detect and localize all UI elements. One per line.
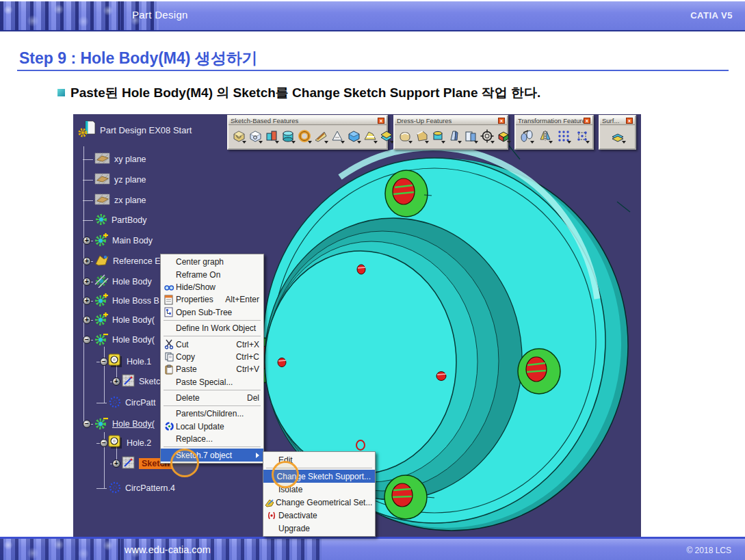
toolbar-title-bar[interactable]: Surf... x [600, 116, 635, 125]
tree-item-hole-body-3[interactable]: Hole Body( [94, 332, 155, 347]
tree-item-partbody[interactable]: PartBody [94, 213, 146, 228]
tree-item-zx-plane[interactable]: zx plane [94, 193, 146, 208]
tree-item-label: Hole.1 [127, 357, 151, 366]
shaft-icon[interactable] [280, 127, 296, 145]
menu-item-center-graph[interactable]: Center graph [161, 256, 263, 268]
tree-item-hole-boss-body[interactable]: Hole Boss B [94, 293, 159, 308]
collapse-icon[interactable] [83, 336, 91, 344]
tree-item-label: Hole Body [112, 277, 152, 286]
page-title: Step 9 : Hole Body(M4) 생성하기 [19, 48, 258, 69]
close-icon[interactable]: x [626, 118, 633, 124]
toolbar-title: Transformation Features [518, 117, 584, 124]
tree-item-root[interactable]: Part Design EX08 Start [77, 122, 192, 137]
change-geometrical-set-icon [265, 498, 276, 507]
plane-icon [94, 173, 111, 187]
tree-item-hole-1[interactable]: Hole.1 [108, 354, 151, 369]
close-icon[interactable]: x [584, 118, 590, 124]
submenu-arrow-icon [256, 453, 259, 458]
part-document-icon [77, 120, 96, 140]
header-brand: CATIA V5 [690, 10, 733, 21]
menu-item-delete[interactable]: Delete Del [161, 392, 263, 404]
toolbar-sketch-based-features: Sketch-Based Features x [227, 115, 388, 150]
tree-item-xy-plane[interactable]: xy plane [94, 152, 146, 167]
bullet-text: Paste된 Hole Body(M4) 의 Sketch를 Change Sk… [70, 84, 540, 102]
menu-item-define-in-work-object[interactable]: Define In Work Object [161, 322, 263, 334]
close-icon[interactable]: x [378, 118, 384, 124]
tree-item-hole-2[interactable]: Hole.2 [108, 436, 151, 451]
tree-item-sketch-hole1[interactable]: Sketch [122, 374, 165, 389]
menu-item-properties[interactable]: Properties Alt+Enter [161, 293, 263, 306]
groove-icon[interactable] [297, 127, 312, 145]
loft-icon[interactable] [363, 127, 378, 145]
menu-item-paste[interactable]: Paste Ctrl+V [161, 363, 263, 375]
tree-item-yz-plane[interactable]: yz plane [94, 172, 146, 187]
pad-icon[interactable] [231, 127, 246, 145]
shell-icon[interactable] [430, 127, 445, 145]
menu-item-reframe-on[interactable]: Reframe On [161, 268, 263, 280]
close-icon[interactable]: x [498, 118, 505, 124]
expand-icon[interactable] [83, 237, 91, 245]
multi-pad-icon[interactable] [264, 127, 279, 145]
mirror-icon[interactable] [537, 127, 553, 145]
collapse-icon[interactable] [83, 420, 91, 428]
slot-icon[interactable] [330, 127, 345, 145]
collapse-icon[interactable] [100, 358, 108, 366]
body-gear-plus-icon [94, 312, 109, 328]
footer-url[interactable]: www.edu-catia.com [125, 544, 211, 555]
rib-icon[interactable] [313, 127, 328, 145]
header-divider-line [118, 1, 120, 30]
menu-separator [164, 446, 261, 447]
translate-icon[interactable] [519, 127, 534, 145]
tree-item-label: zx plane [114, 196, 146, 205]
menu-item-open-sub-tree[interactable]: Open Sub-Tree [161, 306, 263, 319]
rect-pattern-icon[interactable] [556, 127, 571, 145]
thick-surface-icon[interactable] [379, 127, 394, 145]
toolbar-title-bar[interactable]: Transformation Features x [516, 116, 592, 125]
tree-item-reference[interactable]: Reference E [94, 254, 160, 269]
expand-icon[interactable] [83, 316, 91, 324]
menu-item-cut[interactable]: Cut Ctrl+X [161, 338, 263, 350]
toolbar-title-bar[interactable]: Dress-Up Features x [395, 116, 507, 125]
expand-icon[interactable] [83, 278, 91, 286]
thickness-icon[interactable] [463, 127, 478, 145]
expand-icon[interactable] [83, 297, 91, 305]
tree-item-hole-body-2[interactable]: Hole Body( [94, 312, 155, 328]
toolbar-title: Sketch-Based Features [231, 117, 378, 124]
draft-icon[interactable] [447, 127, 462, 145]
submenu-item-upgrade[interactable]: Upgrade [263, 522, 375, 535]
submenu-item-change-geometrical-set[interactable]: Change Geometrical Set... [263, 496, 375, 509]
expand-icon[interactable] [112, 459, 120, 468]
tree-item-hole-body-4-inwork[interactable]: Hole Body( [94, 416, 155, 431]
menu-separator [164, 405, 261, 406]
menu-item-copy[interactable]: Copy Ctrl+C [161, 351, 263, 363]
tree-item-hole-body-hidden[interactable]: Hole Body [94, 274, 152, 289]
annotation-circle-sketch-object [170, 449, 199, 477]
toolbar-title: Dress-Up Features [397, 117, 498, 124]
sketch-icon [122, 456, 135, 472]
split-icon[interactable] [610, 127, 626, 145]
tree-item-main-body[interactable]: Main Body [94, 233, 153, 248]
tree-item-label: PartBody [112, 215, 146, 225]
expand-icon[interactable] [112, 377, 120, 386]
toolbar-title-bar[interactable]: Sketch-Based Features x [228, 116, 387, 125]
sew-surface-icon[interactable] [496, 127, 511, 145]
tree-item-circpattern-4[interactable]: CircPattern.4 [108, 481, 175, 496]
bullet-icon [57, 89, 65, 96]
expand-icon[interactable] [83, 257, 91, 265]
tree-item-circpattern-3[interactable]: CircPatt [108, 395, 155, 410]
edge-fillet-icon[interactable] [397, 127, 413, 145]
submenu-item-deactivate[interactable]: Deactivate [263, 509, 375, 522]
menu-item-replace[interactable]: Replace... [161, 433, 263, 445]
menu-item-local-update[interactable]: Local Update [161, 421, 263, 433]
thread-tap-icon[interactable] [480, 127, 495, 145]
chamfer-icon[interactable] [414, 127, 429, 145]
stiffener-icon[interactable] [346, 127, 361, 145]
menu-item-hide-show[interactable]: Hide/Show [161, 281, 263, 293]
footer-divider-line [118, 539, 120, 560]
menu-item-parents-children[interactable]: Parents/Children... [161, 408, 263, 420]
menu-item-paste-special[interactable]: Paste Special... [161, 376, 263, 388]
scale-icon[interactable] [574, 127, 590, 145]
boss-right [518, 349, 560, 394]
collapse-icon[interactable] [100, 439, 108, 447]
pocket-icon[interactable] [248, 127, 263, 145]
